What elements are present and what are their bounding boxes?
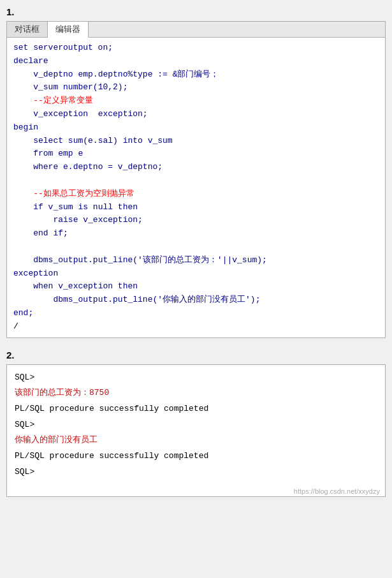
section1-number: 1.: [6, 6, 386, 17]
editor-container: 对话框 编辑器 set serveroutput on; declare v_d…: [6, 21, 386, 338]
output-line-2: 该部门的总工资为：8750: [15, 385, 377, 401]
output-area: SQL> 该部门的总工资为：8750 PL/SQL procedure succ…: [7, 365, 385, 485]
code-editor[interactable]: set serveroutput on; declare v_deptno em…: [7, 38, 385, 337]
output-line-1: SQL>: [15, 370, 377, 386]
tab-editor[interactable]: 编辑器: [48, 22, 89, 38]
output-line-4: SQL>: [15, 417, 377, 433]
watermark: https://blog.csdn.net/xxydzy: [7, 485, 385, 496]
tab-dialog[interactable]: 对话框: [7, 22, 48, 37]
output-line-7: SQL>: [15, 464, 377, 480]
tab-bar: 对话框 编辑器: [7, 22, 385, 38]
output-line-5: 你输入的部门没有员工: [15, 433, 377, 448]
output-line-6: PL/SQL procedure successfully completed: [15, 448, 377, 464]
output-line-3: PL/SQL procedure successfully completed: [15, 401, 377, 417]
output-container: SQL> 该部门的总工资为：8750 PL/SQL procedure succ…: [6, 364, 386, 498]
section2-number: 2.: [6, 350, 386, 360]
